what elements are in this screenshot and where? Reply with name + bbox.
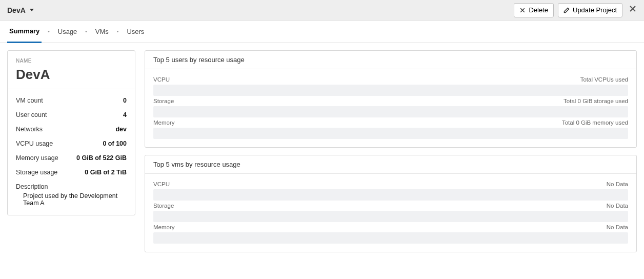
- kv-vm-count: VM count 0: [16, 93, 127, 108]
- kv-memory-usage: Memory usage 0 GiB of 522 GiB: [16, 151, 127, 165]
- metric-memory: Memory Total 0 GiB memory used: [153, 119, 628, 139]
- metric-label: VCPU: [153, 181, 170, 187]
- topbar-actions: Delete Update Project: [514, 3, 639, 17]
- kv-label: VCPU usage: [16, 140, 53, 147]
- usage-bar: [153, 232, 628, 244]
- tab-vms-label: VMs: [95, 28, 109, 35]
- metric-right: Total VCPUs used: [580, 76, 628, 83]
- tab-usage[interactable]: Usage: [56, 21, 79, 43]
- topbar: DevA Delete Update Project: [0, 0, 644, 21]
- main-area: Top 5 users by resource usage VCPU Total…: [145, 50, 637, 252]
- name-label: NAME: [16, 58, 127, 64]
- tab-users[interactable]: Users: [125, 21, 146, 43]
- update-project-button[interactable]: Update Project: [558, 3, 622, 17]
- kv-label: Storage usage: [16, 169, 57, 176]
- metric-storage: Storage No Data: [153, 203, 628, 222]
- metric-vcpu: VCPU Total VCPUs used: [153, 76, 628, 96]
- card-body: VCPU No Data Storage No Data Memory No: [145, 174, 636, 252]
- metric-right: No Data: [607, 203, 628, 209]
- metric-label: VCPU: [153, 76, 170, 83]
- card-body: VCPU Total VCPUs used Storage Total 0 Gi…: [145, 69, 636, 147]
- tab-separator: •: [85, 29, 87, 34]
- project-name: DevA: [16, 67, 127, 83]
- kv-value: 4: [123, 111, 127, 118]
- update-project-button-label: Update Project: [573, 6, 617, 14]
- top-vms-card: Top 5 vms by resource usage VCPU No Data…: [145, 155, 637, 252]
- kv-networks: Networks dev: [16, 122, 127, 136]
- usage-bar: [153, 189, 628, 201]
- usage-bar: [153, 128, 628, 139]
- kv-label: User count: [16, 111, 47, 118]
- tab-bar: Summary • Usage • VMs • Users: [0, 21, 644, 43]
- kv-label: VM count: [16, 97, 43, 104]
- kv-user-count: User count 4: [16, 108, 127, 122]
- metric-label: Memory: [153, 119, 175, 126]
- metric-label: Storage: [153, 98, 174, 104]
- content-area: NAME DevA VM count 0 User count 4 Networ…: [0, 43, 644, 260]
- close-icon: [629, 5, 637, 13]
- side-body: VM count 0 User count 4 Networks dev VCP…: [8, 89, 135, 215]
- metric-right: No Data: [607, 181, 628, 187]
- delete-button-label: Delete: [529, 6, 548, 14]
- description-label: Description: [16, 180, 127, 190]
- metric-vcpu: VCPU No Data: [153, 181, 628, 201]
- kv-value: 0 GiB of 522 GiB: [76, 154, 127, 162]
- kv-value: 0 GiB of 2 TiB: [85, 169, 127, 176]
- tab-users-label: Users: [127, 28, 144, 35]
- close-panel-button[interactable]: [627, 3, 639, 17]
- kv-value: 0: [123, 97, 127, 104]
- usage-bar: [153, 85, 628, 96]
- description-text: Project used by the Development Team A: [16, 190, 127, 207]
- kv-value: 0 of 100: [103, 140, 127, 147]
- side-header: NAME DevA: [8, 51, 135, 89]
- tab-summary[interactable]: Summary: [7, 21, 42, 43]
- tab-separator: •: [48, 29, 50, 34]
- metric-right: Total 0 GiB memory used: [562, 119, 628, 126]
- project-title: DevA: [7, 6, 26, 14]
- metric-right: Total 0 GiB storage used: [564, 98, 628, 104]
- usage-bar: [153, 106, 628, 117]
- tab-summary-label: Summary: [9, 27, 39, 35]
- kv-label: Memory usage: [16, 154, 58, 162]
- delete-button[interactable]: Delete: [514, 3, 554, 17]
- kv-vcpu-usage: VCPU usage 0 of 100: [16, 136, 127, 151]
- metric-storage: Storage Total 0 GiB storage used: [153, 98, 628, 117]
- pencil-icon: [564, 7, 570, 13]
- usage-bar: [153, 211, 628, 222]
- card-title: Top 5 vms by resource usage: [145, 155, 636, 174]
- card-title: Top 5 users by resource usage: [145, 51, 636, 69]
- top-users-card: Top 5 users by resource usage VCPU Total…: [145, 50, 637, 148]
- kv-label: Networks: [16, 126, 43, 133]
- kv-value: dev: [115, 126, 127, 133]
- kv-storage-usage: Storage usage 0 GiB of 2 TiB: [16, 165, 127, 180]
- metric-memory: Memory No Data: [153, 224, 628, 244]
- tab-separator: •: [117, 29, 119, 34]
- tab-usage-label: Usage: [58, 28, 77, 35]
- project-title-dropdown[interactable]: DevA: [7, 6, 34, 14]
- metric-right: No Data: [607, 224, 628, 230]
- metric-label: Storage: [153, 203, 174, 209]
- x-icon: [519, 7, 526, 13]
- tab-vms[interactable]: VMs: [93, 21, 111, 43]
- metric-label: Memory: [153, 224, 175, 230]
- caret-down-icon: [30, 9, 34, 11]
- summary-side-panel: NAME DevA VM count 0 User count 4 Networ…: [7, 50, 135, 215]
